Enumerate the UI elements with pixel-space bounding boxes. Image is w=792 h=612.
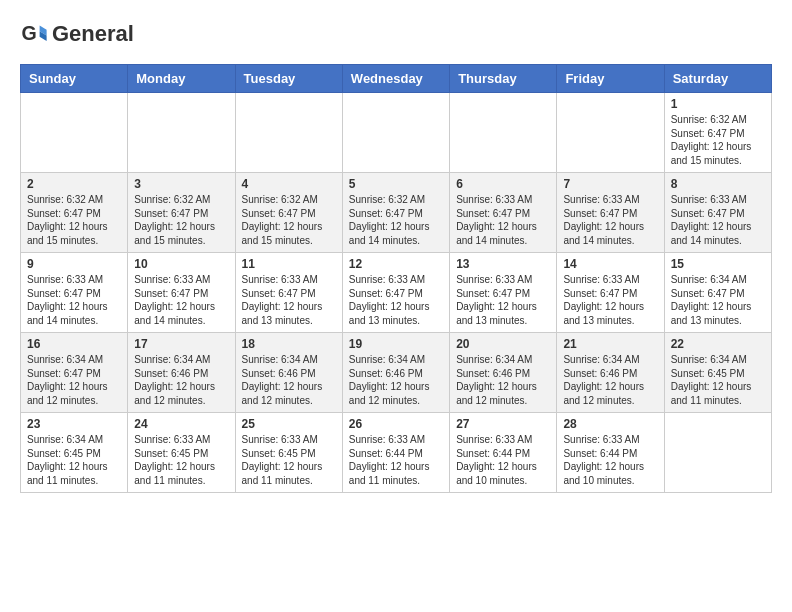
weekday-header-sunday: Sunday: [21, 65, 128, 93]
day-number: 12: [349, 257, 443, 271]
calendar-cell: 5Sunrise: 6:32 AM Sunset: 6:47 PM Daylig…: [342, 173, 449, 253]
calendar-cell: 11Sunrise: 6:33 AM Sunset: 6:47 PM Dayli…: [235, 253, 342, 333]
calendar-cell: 20Sunrise: 6:34 AM Sunset: 6:46 PM Dayli…: [450, 333, 557, 413]
calendar-cell: [235, 93, 342, 173]
day-info: Sunrise: 6:32 AM Sunset: 6:47 PM Dayligh…: [134, 193, 228, 247]
day-number: 21: [563, 337, 657, 351]
calendar-cell: [557, 93, 664, 173]
day-number: 5: [349, 177, 443, 191]
weekday-header-tuesday: Tuesday: [235, 65, 342, 93]
day-number: 11: [242, 257, 336, 271]
day-info: Sunrise: 6:34 AM Sunset: 6:46 PM Dayligh…: [242, 353, 336, 407]
calendar-cell: 2Sunrise: 6:32 AM Sunset: 6:47 PM Daylig…: [21, 173, 128, 253]
day-info: Sunrise: 6:34 AM Sunset: 6:45 PM Dayligh…: [27, 433, 121, 487]
calendar-cell: 18Sunrise: 6:34 AM Sunset: 6:46 PM Dayli…: [235, 333, 342, 413]
calendar-cell: 25Sunrise: 6:33 AM Sunset: 6:45 PM Dayli…: [235, 413, 342, 493]
calendar-cell: 17Sunrise: 6:34 AM Sunset: 6:46 PM Dayli…: [128, 333, 235, 413]
calendar-cell: [21, 93, 128, 173]
day-info: Sunrise: 6:32 AM Sunset: 6:47 PM Dayligh…: [242, 193, 336, 247]
day-number: 18: [242, 337, 336, 351]
calendar-cell: 10Sunrise: 6:33 AM Sunset: 6:47 PM Dayli…: [128, 253, 235, 333]
day-number: 16: [27, 337, 121, 351]
weekday-header-monday: Monday: [128, 65, 235, 93]
weekday-header-friday: Friday: [557, 65, 664, 93]
day-info: Sunrise: 6:33 AM Sunset: 6:47 PM Dayligh…: [456, 193, 550, 247]
day-info: Sunrise: 6:34 AM Sunset: 6:46 PM Dayligh…: [349, 353, 443, 407]
logo: G General: [20, 20, 134, 48]
day-info: Sunrise: 6:34 AM Sunset: 6:46 PM Dayligh…: [563, 353, 657, 407]
day-number: 10: [134, 257, 228, 271]
day-number: 6: [456, 177, 550, 191]
calendar-cell: 1Sunrise: 6:32 AM Sunset: 6:47 PM Daylig…: [664, 93, 771, 173]
day-info: Sunrise: 6:34 AM Sunset: 6:46 PM Dayligh…: [134, 353, 228, 407]
day-number: 13: [456, 257, 550, 271]
calendar-cell: 21Sunrise: 6:34 AM Sunset: 6:46 PM Dayli…: [557, 333, 664, 413]
day-info: Sunrise: 6:33 AM Sunset: 6:47 PM Dayligh…: [563, 193, 657, 247]
logo-icon: G: [20, 20, 48, 48]
calendar-cell: 27Sunrise: 6:33 AM Sunset: 6:44 PM Dayli…: [450, 413, 557, 493]
calendar-header-row: SundayMondayTuesdayWednesdayThursdayFrid…: [21, 65, 772, 93]
calendar-week-5: 23Sunrise: 6:34 AM Sunset: 6:45 PM Dayli…: [21, 413, 772, 493]
calendar-cell: 12Sunrise: 6:33 AM Sunset: 6:47 PM Dayli…: [342, 253, 449, 333]
day-info: Sunrise: 6:34 AM Sunset: 6:47 PM Dayligh…: [27, 353, 121, 407]
calendar-cell: 23Sunrise: 6:34 AM Sunset: 6:45 PM Dayli…: [21, 413, 128, 493]
calendar-cell: 22Sunrise: 6:34 AM Sunset: 6:45 PM Dayli…: [664, 333, 771, 413]
calendar-cell: 28Sunrise: 6:33 AM Sunset: 6:44 PM Dayli…: [557, 413, 664, 493]
calendar-cell: 16Sunrise: 6:34 AM Sunset: 6:47 PM Dayli…: [21, 333, 128, 413]
day-info: Sunrise: 6:33 AM Sunset: 6:47 PM Dayligh…: [563, 273, 657, 327]
day-number: 27: [456, 417, 550, 431]
day-info: Sunrise: 6:32 AM Sunset: 6:47 PM Dayligh…: [349, 193, 443, 247]
calendar-week-4: 16Sunrise: 6:34 AM Sunset: 6:47 PM Dayli…: [21, 333, 772, 413]
calendar-cell: 15Sunrise: 6:34 AM Sunset: 6:47 PM Dayli…: [664, 253, 771, 333]
day-info: Sunrise: 6:34 AM Sunset: 6:46 PM Dayligh…: [456, 353, 550, 407]
calendar-week-3: 9Sunrise: 6:33 AM Sunset: 6:47 PM Daylig…: [21, 253, 772, 333]
weekday-header-saturday: Saturday: [664, 65, 771, 93]
day-info: Sunrise: 6:33 AM Sunset: 6:47 PM Dayligh…: [671, 193, 765, 247]
day-info: Sunrise: 6:32 AM Sunset: 6:47 PM Dayligh…: [671, 113, 765, 167]
day-number: 2: [27, 177, 121, 191]
day-number: 20: [456, 337, 550, 351]
calendar-cell: 6Sunrise: 6:33 AM Sunset: 6:47 PM Daylig…: [450, 173, 557, 253]
day-info: Sunrise: 6:33 AM Sunset: 6:44 PM Dayligh…: [349, 433, 443, 487]
day-number: 23: [27, 417, 121, 431]
day-number: 22: [671, 337, 765, 351]
logo-text: General: [52, 22, 134, 46]
calendar-cell: 9Sunrise: 6:33 AM Sunset: 6:47 PM Daylig…: [21, 253, 128, 333]
day-number: 9: [27, 257, 121, 271]
day-info: Sunrise: 6:33 AM Sunset: 6:47 PM Dayligh…: [27, 273, 121, 327]
calendar-week-1: 1Sunrise: 6:32 AM Sunset: 6:47 PM Daylig…: [21, 93, 772, 173]
day-info: Sunrise: 6:33 AM Sunset: 6:47 PM Dayligh…: [134, 273, 228, 327]
calendar-cell: 8Sunrise: 6:33 AM Sunset: 6:47 PM Daylig…: [664, 173, 771, 253]
day-info: Sunrise: 6:33 AM Sunset: 6:45 PM Dayligh…: [134, 433, 228, 487]
calendar-cell: [128, 93, 235, 173]
day-info: Sunrise: 6:32 AM Sunset: 6:47 PM Dayligh…: [27, 193, 121, 247]
day-number: 7: [563, 177, 657, 191]
calendar-cell: 4Sunrise: 6:32 AM Sunset: 6:47 PM Daylig…: [235, 173, 342, 253]
calendar-table: SundayMondayTuesdayWednesdayThursdayFrid…: [20, 64, 772, 493]
weekday-header-thursday: Thursday: [450, 65, 557, 93]
day-number: 24: [134, 417, 228, 431]
svg-text:G: G: [21, 22, 36, 44]
day-number: 28: [563, 417, 657, 431]
calendar-cell: 19Sunrise: 6:34 AM Sunset: 6:46 PM Dayli…: [342, 333, 449, 413]
calendar-week-2: 2Sunrise: 6:32 AM Sunset: 6:47 PM Daylig…: [21, 173, 772, 253]
day-info: Sunrise: 6:33 AM Sunset: 6:47 PM Dayligh…: [349, 273, 443, 327]
day-info: Sunrise: 6:33 AM Sunset: 6:45 PM Dayligh…: [242, 433, 336, 487]
day-info: Sunrise: 6:33 AM Sunset: 6:47 PM Dayligh…: [456, 273, 550, 327]
day-info: Sunrise: 6:34 AM Sunset: 6:45 PM Dayligh…: [671, 353, 765, 407]
day-number: 25: [242, 417, 336, 431]
day-number: 19: [349, 337, 443, 351]
day-info: Sunrise: 6:33 AM Sunset: 6:44 PM Dayligh…: [456, 433, 550, 487]
day-number: 17: [134, 337, 228, 351]
calendar-cell: 13Sunrise: 6:33 AM Sunset: 6:47 PM Dayli…: [450, 253, 557, 333]
day-info: Sunrise: 6:34 AM Sunset: 6:47 PM Dayligh…: [671, 273, 765, 327]
page-header: G General: [20, 20, 772, 48]
day-number: 3: [134, 177, 228, 191]
day-number: 14: [563, 257, 657, 271]
day-number: 1: [671, 97, 765, 111]
calendar-cell: [342, 93, 449, 173]
calendar-cell: 14Sunrise: 6:33 AM Sunset: 6:47 PM Dayli…: [557, 253, 664, 333]
calendar-cell: 3Sunrise: 6:32 AM Sunset: 6:47 PM Daylig…: [128, 173, 235, 253]
day-number: 15: [671, 257, 765, 271]
day-number: 8: [671, 177, 765, 191]
